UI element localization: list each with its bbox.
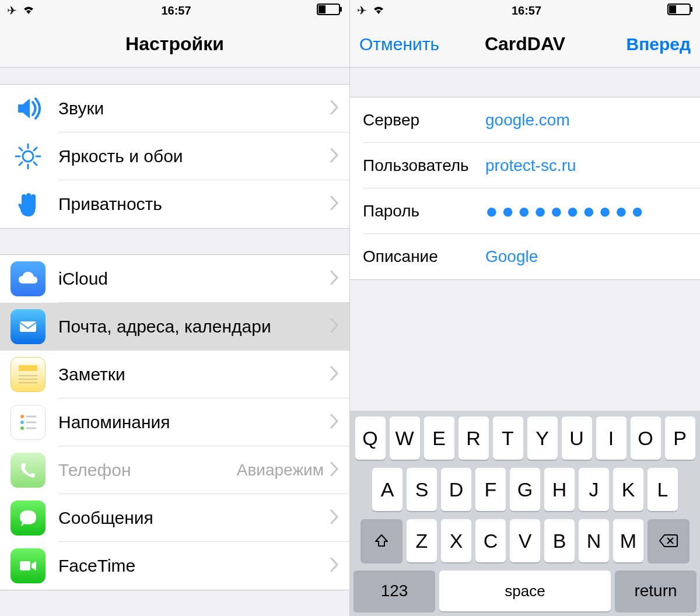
key-l[interactable]: L [648,468,678,511]
row-label: Яркость и обои [58,146,330,166]
row-notes[interactable]: Заметки [0,351,349,398]
key-z[interactable]: Z [407,519,437,562]
row-label: Напоминания [58,412,330,432]
field-value: protect-sc.ru [485,156,576,175]
field-value: ●●●●●●●●●● [485,201,647,222]
key-h[interactable]: H [544,468,575,511]
user-field[interactable]: Пользователь protect-sc.ru [350,143,700,188]
key-n[interactable]: N [579,519,609,562]
key-y[interactable]: Y [527,416,558,460]
row-label: Заметки [58,365,330,384]
field-label: Описание [363,247,485,266]
field-label: Сервер [363,111,485,130]
key-i[interactable]: I [596,416,626,460]
row-phone[interactable]: Телефон Авиарежим [0,446,349,494]
row-label: iCloud [58,269,330,289]
phone-carddav: ✈ 16:57 Отменить CardDAV Вперед Сервер g… [350,0,700,616]
nav-title: Настройки [125,33,224,55]
key-t[interactable]: T [493,416,523,460]
cancel-button[interactable]: Отменить [359,34,439,54]
row-label: Сообщения [58,508,330,528]
field-label: Пользователь [363,156,485,175]
svg-rect-26 [669,5,676,13]
password-field[interactable]: Пароль ●●●●●●●●●● [350,188,700,234]
key-q[interactable]: Q [355,416,386,460]
chevron-right-icon [330,557,339,575]
brightness-icon [10,139,46,174]
key-g[interactable]: G [510,468,540,511]
next-button[interactable]: Вперед [626,34,691,54]
airplane-icon: ✈ [357,4,367,18]
svg-line-11 [34,148,37,150]
row-privacy[interactable]: Приватность [0,180,349,228]
key-return[interactable]: return [615,570,696,611]
row-mail[interactable]: Почта, адреса, календари [0,303,349,351]
server-field[interactable]: Сервер google.com [350,97,700,143]
svg-rect-1 [340,7,342,12]
key-u[interactable]: U [562,416,592,460]
chevron-right-icon [330,461,339,479]
facetime-icon [10,548,46,583]
key-f[interactable]: F [475,468,506,511]
svg-point-17 [20,415,24,418]
icloud-icon [10,261,46,296]
row-messages[interactable]: Сообщения [0,494,349,542]
key-p[interactable]: P [665,416,695,460]
nav-bar: Отменить CardDAV Вперед [350,21,700,68]
phone-icon [10,453,46,488]
settings-group-2: iCloud Почта, адреса, календари Заметки [0,254,349,590]
row-facetime[interactable]: FaceTime [0,542,349,590]
keyboard: Q W E R T Y U I O P A S D F G H J K L [350,411,700,616]
key-b[interactable]: B [544,519,575,562]
key-k[interactable]: K [613,468,643,511]
airplane-icon: ✈ [7,4,17,18]
key-space[interactable]: space [439,570,611,611]
status-time: 16:57 [161,4,191,18]
carddav-form: Сервер google.com Пользователь protect-s… [350,97,700,280]
key-s[interactable]: S [407,468,437,511]
row-detail: Авиарежим [237,461,324,480]
field-value: google.com [485,111,570,130]
row-label: Телефон [58,460,237,480]
svg-rect-23 [20,561,30,570]
key-o[interactable]: O [631,416,661,460]
keyboard-row-3: Z X C V B N M [354,519,696,562]
wifi-icon [372,4,386,18]
mail-icon [10,309,46,344]
key-v[interactable]: V [510,519,540,562]
chevron-right-icon [330,509,339,527]
key-j[interactable]: J [579,468,609,511]
svg-rect-12 [20,321,36,332]
row-icloud[interactable]: iCloud [0,255,349,303]
key-d[interactable]: D [441,468,471,511]
row-sounds[interactable]: Звуки [0,85,349,132]
chevron-right-icon [330,270,339,288]
chevron-right-icon [330,366,339,383]
key-a[interactable]: A [372,468,402,511]
svg-line-8 [19,148,22,150]
svg-point-3 [23,151,33,162]
chevron-right-icon [330,148,339,165]
notes-icon [10,357,46,392]
key-shift[interactable] [360,519,402,562]
key-x[interactable]: X [441,519,471,562]
key-w[interactable]: W [390,416,420,460]
svg-point-19 [20,426,24,430]
key-r[interactable]: R [459,416,489,460]
row-brightness[interactable]: Яркость и обои [0,132,349,180]
nav-title: CardDAV [485,33,565,55]
svg-line-9 [34,162,37,165]
chevron-right-icon [330,414,339,431]
key-m[interactable]: M [613,519,643,562]
svg-line-10 [19,162,22,165]
key-e[interactable]: E [424,416,454,460]
row-reminders[interactable]: Напоминания [0,398,349,446]
key-c[interactable]: C [475,519,506,562]
svg-rect-25 [691,7,692,12]
key-backspace[interactable] [648,519,690,562]
key-123[interactable]: 123 [354,570,435,611]
chevron-right-icon [330,100,339,117]
phone-settings: ✈ 16:57 Настройки Звуки [0,0,350,616]
description-field[interactable]: Описание Google [350,234,700,279]
battery-icon [317,4,342,18]
